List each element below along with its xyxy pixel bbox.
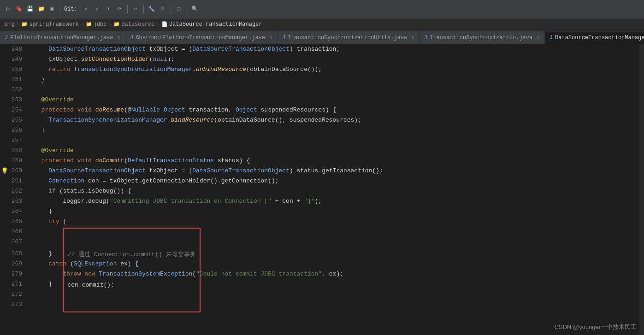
gutter-line-4 — [1, 75, 8, 85]
watermark: CSDN @younger一个技术民工 — [554, 323, 637, 331]
scrollbar-track[interactable] — [639, 44, 644, 335]
code-line-17: } — [34, 206, 635, 217]
sep1: › — [17, 22, 20, 27]
code-line-19-20: // 通过 Connection.commit() 来提交事务 con.comm… — [34, 227, 635, 249]
tab-abstract-platform-transaction-manager[interactable]: J AbstractPlatformTransactionManager.jav… — [125, 31, 278, 44]
breadcrumb-org[interactable]: org — [5, 21, 15, 28]
code-line-9: } — [34, 125, 635, 135]
folder-datasource-icon: 📁 — [113, 21, 120, 27]
folder-jdbc-icon: 📁 — [86, 21, 92, 27]
separator3 — [143, 5, 144, 14]
code-line-12: protected void doCommit(DefaultTransacti… — [34, 156, 635, 166]
tab-transaction-sync-utils[interactable]: J TransactionSynchronizationUtils.java × — [278, 31, 419, 44]
tab-datasource-transaction-manager[interactable]: J DataSourceTransactionManager.java × — [545, 31, 644, 44]
window-icon[interactable]: ▣ — [48, 5, 56, 13]
git-check2-icon[interactable]: ✔ — [93, 5, 101, 13]
breadcrumb: org › 📁 springframework › 📁 jdbc › 📁 dat… — [0, 18, 644, 30]
gutter-bulb[interactable]: 💡 — [1, 166, 8, 176]
tab-label-5: DataSourceTransactionManager.java — [555, 35, 644, 41]
git-check-icon[interactable]: ✔ — [82, 5, 90, 13]
undo-icon[interactable]: ↩ — [131, 5, 140, 13]
branch-icon[interactable]: ⑂ — [159, 5, 167, 13]
gutter-line-8 — [1, 115, 8, 125]
sep3: › — [109, 22, 112, 27]
git-clock-icon[interactable]: ⟳ — [115, 5, 124, 13]
code-line-8: TransactionSynchronizationManager.bindRe… — [34, 115, 635, 125]
tab-close-1[interactable]: × — [117, 35, 120, 41]
code-line-10 — [34, 135, 635, 146]
breadcrumb-class[interactable]: 📄 DataSourceTransactionManager — [161, 21, 262, 28]
tab-label-1: PlatformTransactionManager.java — [10, 35, 113, 41]
gutter-line-3 — [1, 65, 8, 75]
class-label: DataSourceTransactionManager — [169, 21, 262, 28]
sep2: › — [81, 22, 84, 27]
datasource-label: datasource — [121, 21, 154, 28]
gutter-line-1 — [1, 44, 8, 54]
code-line-6: @Override — [34, 95, 635, 105]
git-label: Git: — [64, 6, 77, 12]
tab-close-4[interactable]: × — [537, 35, 540, 41]
search-icon[interactable]: 🔍 — [191, 5, 199, 13]
code-line-18: try { — [34, 217, 635, 227]
tab-label-4: TransactionSynchronization.java — [430, 35, 532, 41]
gutter-line-7 — [1, 105, 8, 115]
separator4 — [171, 5, 171, 14]
box-icon[interactable]: □ — [175, 5, 183, 13]
gutter-line-15 — [1, 186, 8, 196]
gutter-line-14 — [1, 176, 8, 186]
tab-icon-5: J — [549, 35, 553, 41]
folder-springframework-icon: 📁 — [21, 21, 28, 27]
git-arrow-icon[interactable]: ⬆ — [104, 5, 112, 13]
gutter-line-11 — [1, 146, 8, 156]
code-line-3: return TransactionSynchronizationManager… — [34, 65, 635, 75]
line-numbers: 2482492502512522532542552562572582592602… — [9, 44, 30, 335]
tabs-bar: J PlatformTransactionManager.java × J Ab… — [0, 30, 644, 44]
tab-transaction-sync[interactable]: J TransactionSynchronization.java × — [419, 31, 545, 44]
code-line-23: throw new TransactionSystemException("Co… — [34, 269, 635, 279]
save-icon[interactable]: 💾 — [26, 5, 34, 13]
bookmark-icon[interactable]: 🔖 — [15, 5, 23, 13]
breadcrumb-jdbc[interactable]: 📁 jdbc — [86, 21, 107, 28]
breadcrumb-datasource[interactable]: 📁 datasource — [113, 21, 154, 28]
code-line-14: Connection con = txObject.getConnectionH… — [34, 176, 635, 186]
tab-close-3[interactable]: × — [411, 35, 414, 41]
org-label: org — [5, 21, 15, 28]
springframework-label: springframework — [29, 21, 79, 28]
gutter-line-5 — [1, 85, 8, 95]
code-line-15: if (status.isDebug()) { — [34, 186, 635, 196]
code-line-5 — [34, 85, 635, 95]
tab-icon-1: J — [5, 35, 8, 41]
tab-label-2: AbstractPlatformTransactionManager.java — [136, 35, 265, 41]
separator5 — [187, 5, 187, 14]
tab-label-3: TransactionSynchronizationUtils.java — [288, 35, 407, 41]
tab-icon-2: J — [130, 35, 133, 41]
code-line-4: } — [34, 75, 635, 85]
editor-container: 💡 24824925025125225325425525625725825926… — [0, 44, 644, 335]
code-line-1: DataSourceTransactionObject txObject = (… — [34, 44, 635, 54]
gutter-line-10 — [1, 135, 8, 146]
gutter-line-12 — [1, 156, 8, 166]
tab-platform-transaction-manager[interactable]: J PlatformTransactionManager.java × — [0, 31, 125, 44]
code-area[interactable]: DataSourceTransactionObject txObject = (… — [30, 44, 639, 335]
gutter-line-6 — [1, 95, 8, 105]
code-line-7: protected void doResume(@Nullable Object… — [34, 105, 635, 115]
wrench-icon[interactable]: 🔧 — [148, 5, 156, 13]
toolbar: ⚙ 🔖 💾 📁 ▣ Git: ✔ ✔ ⬆ ⟳ ↩ 🔧 ⑂ □ 🔍 — [0, 0, 644, 18]
breadcrumb-springframework[interactable]: 📁 springframework — [21, 21, 79, 28]
code-line-2: txObject.setConnectionHolder(null); — [34, 54, 635, 65]
tab-icon-3: J — [282, 35, 285, 41]
folder-icon[interactable]: 📁 — [37, 5, 45, 13]
sep4: › — [156, 22, 160, 27]
code-line-13: DataSourceTransactionObject txObject = (… — [34, 166, 635, 176]
jdbc-label: jdbc — [94, 21, 107, 28]
separator2 — [127, 5, 128, 14]
file-icon: 📄 — [161, 21, 168, 27]
settings-icon[interactable]: ⚙ — [4, 5, 12, 13]
separator1 — [60, 5, 60, 14]
gutter-line-9 — [1, 125, 8, 135]
code-line-11: @Override — [34, 146, 635, 156]
gutter: 💡 — [0, 44, 9, 335]
tab-close-2[interactable]: × — [269, 35, 272, 41]
gutter-line-2 — [1, 54, 8, 65]
tab-icon-4: J — [424, 35, 427, 41]
